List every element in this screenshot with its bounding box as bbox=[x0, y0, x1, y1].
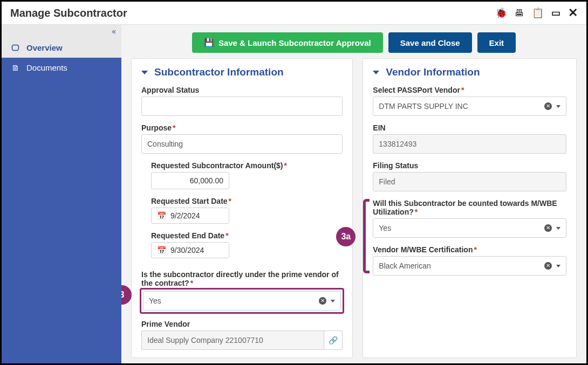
mwbe-cert-label: Vendor M/WBE Certification* bbox=[373, 245, 566, 254]
save-close-button[interactable]: Save and Close bbox=[388, 32, 472, 53]
sidebar-item-overview[interactable]: 🖵 Overview bbox=[2, 38, 121, 58]
page-title: Manage Subcontractor bbox=[10, 7, 127, 19]
chevron-down-icon bbox=[373, 71, 379, 74]
filing-status-field: Filing Status Filed bbox=[373, 161, 566, 191]
amount-label: Requested Subcontractor Amount($)* bbox=[151, 161, 343, 170]
mwbe-count-select[interactable]: Yes ✕ bbox=[373, 218, 566, 238]
subcontractor-panel-header[interactable]: Subcontractor Information bbox=[141, 66, 343, 78]
chevron-down-icon bbox=[141, 71, 148, 74]
start-date-label: Requested Start Date* bbox=[151, 197, 343, 205]
monitor-icon: 🖵 bbox=[10, 43, 20, 52]
vendor-panel: Vendor Information Select PASSPort Vendo… bbox=[363, 58, 577, 358]
titlebar: Manage Subcontractor 🐞 🖶 📋 ▭ ✕ bbox=[2, 2, 586, 25]
clear-icon[interactable]: ✕ bbox=[544, 224, 552, 232]
mwbe-cert-field: Vendor M/WBE Certification* Black Americ… bbox=[373, 245, 566, 276]
mwbe-count-field: Will this Subcontractor be counted towar… bbox=[373, 199, 566, 238]
bug-icon[interactable]: 🐞 bbox=[495, 7, 507, 19]
annotation-3: 3 bbox=[121, 285, 132, 305]
purpose-label: Purpose* bbox=[141, 123, 343, 132]
clear-icon[interactable]: ✕ bbox=[319, 297, 326, 305]
ein-field: EIN 133812493 bbox=[373, 123, 566, 154]
clear-icon[interactable]: ✕ bbox=[544, 102, 552, 110]
title-actions: 🐞 🖶 📋 ▭ ✕ bbox=[495, 6, 578, 20]
chevron-down-icon[interactable] bbox=[556, 105, 560, 108]
ein-input: 133812493 bbox=[373, 134, 566, 154]
annotation-bracket bbox=[363, 199, 370, 273]
maximize-icon[interactable]: ▭ bbox=[551, 7, 560, 19]
direct-under-select[interactable]: Yes ✕ bbox=[143, 291, 341, 311]
clipboard-icon[interactable]: 📋 bbox=[532, 7, 544, 19]
subcontractor-panel: Subcontractor Information Approval Statu… bbox=[131, 58, 353, 358]
content: Subcontractor Information Approval Statu… bbox=[121, 58, 586, 363]
end-date-field: Requested End Date* 📅 9/30/2024 bbox=[151, 231, 343, 258]
chevron-down-icon[interactable] bbox=[556, 265, 560, 267]
sidebar: « 🖵 Overview 🗎 Documents bbox=[2, 25, 121, 363]
calendar-icon: 📅 bbox=[157, 211, 166, 220]
body: « 🖵 Overview 🗎 Documents 💾 Save & Launch… bbox=[2, 25, 586, 363]
print-icon[interactable]: 🖶 bbox=[515, 8, 524, 19]
ein-label: EIN bbox=[373, 123, 566, 132]
approval-status-label: Approval Status bbox=[141, 86, 343, 94]
toolbar: 💾 Save & Launch Subcontractor Approval S… bbox=[121, 25, 586, 58]
document-icon: 🗎 bbox=[10, 63, 20, 72]
sidebar-item-label: Overview bbox=[26, 43, 63, 52]
chevron-down-icon[interactable] bbox=[331, 300, 335, 302]
purpose-field: Purpose* Consulting bbox=[141, 123, 343, 154]
close-icon[interactable]: ✕ bbox=[568, 6, 578, 20]
mwbe-cert-select[interactable]: Black American ✕ bbox=[373, 256, 566, 276]
passport-vendor-label: Select PASSPort Vendor* bbox=[373, 86, 566, 94]
purpose-input[interactable]: Consulting bbox=[141, 134, 343, 154]
passport-vendor-select[interactable]: DTM PARTS SUPPLY INC ✕ bbox=[373, 97, 566, 116]
sidebar-collapse[interactable]: « bbox=[2, 25, 121, 38]
end-date-input[interactable]: 📅 9/30/2024 bbox=[151, 242, 229, 258]
prime-vendor-input: Ideal Supply Company 221007710 bbox=[141, 330, 324, 350]
amount-input[interactable]: 60,000.00 bbox=[151, 172, 229, 189]
sidebar-item-label: Documents bbox=[26, 63, 67, 72]
save-launch-button[interactable]: 💾 Save & Launch Subcontractor Approval bbox=[192, 32, 383, 53]
filing-status-label: Filing Status bbox=[373, 161, 566, 170]
approval-status-input[interactable] bbox=[141, 97, 343, 116]
approval-status-field: Approval Status bbox=[141, 86, 343, 116]
filing-status-input: Filed bbox=[373, 172, 566, 191]
mwbe-count-label: Will this Subcontractor be counted towar… bbox=[373, 199, 566, 216]
exit-button[interactable]: Exit bbox=[477, 32, 516, 53]
start-date-input[interactable]: 📅 9/2/2024 bbox=[151, 208, 229, 224]
clear-icon[interactable]: ✕ bbox=[544, 262, 552, 270]
prime-vendor-label: Prime Vendor bbox=[141, 320, 343, 328]
passport-vendor-field: Select PASSPort Vendor* DTM PARTS SUPPLY… bbox=[373, 86, 566, 116]
direct-under-label: Is the subcontractor directly under the … bbox=[141, 270, 343, 287]
link-icon[interactable]: 🔗 bbox=[324, 330, 343, 350]
amount-field: Requested Subcontractor Amount($)* 60,00… bbox=[151, 161, 343, 189]
calendar-icon: 📅 bbox=[157, 246, 166, 254]
end-date-label: Requested End Date* bbox=[151, 231, 343, 240]
start-date-field: Requested Start Date* 📅 9/2/2024 bbox=[151, 197, 343, 224]
main-area: 💾 Save & Launch Subcontractor Approval S… bbox=[121, 25, 586, 363]
chevron-down-icon[interactable] bbox=[556, 227, 560, 230]
vendor-panel-header[interactable]: Vendor Information bbox=[373, 66, 566, 78]
sidebar-item-documents[interactable]: 🗎 Documents bbox=[2, 58, 121, 78]
app-window: Manage Subcontractor 🐞 🖶 📋 ▭ ✕ « 🖵 Overv… bbox=[0, 0, 588, 365]
prime-vendor-field: Prime Vendor Ideal Supply Company 221007… bbox=[141, 320, 343, 350]
direct-under-field: Is the subcontractor directly under the … bbox=[141, 270, 343, 314]
save-icon: 💾 bbox=[204, 38, 214, 47]
